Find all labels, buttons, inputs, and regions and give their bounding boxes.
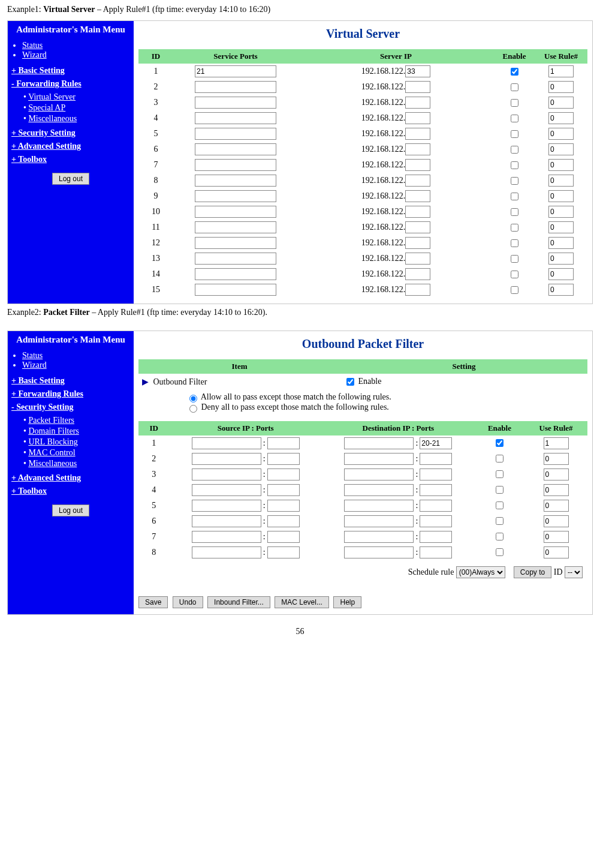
service-port-input[interactable] <box>195 284 276 296</box>
server-ip-input[interactable] <box>405 143 430 155</box>
source-ip-input[interactable] <box>192 468 261 480</box>
outbound-enable-checkbox[interactable] <box>346 378 354 386</box>
enable-checkbox[interactable] <box>496 501 503 509</box>
enable-checkbox[interactable] <box>511 99 518 107</box>
enable-checkbox[interactable] <box>511 224 518 232</box>
source-ip-input[interactable] <box>192 437 261 449</box>
source-ip-input[interactable] <box>192 515 261 527</box>
destination-port-input[interactable] <box>420 515 452 527</box>
enable-checkbox[interactable] <box>511 193 518 200</box>
enable-checkbox[interactable] <box>511 130 518 138</box>
use-rule-input[interactable] <box>544 546 569 558</box>
nav-url-blocking[interactable]: URL Blocking <box>28 437 77 446</box>
allow-option[interactable]: Allow all to pass except those match the… <box>186 392 391 401</box>
copy-to-button[interactable]: Copy to <box>514 566 551 578</box>
nav-toolbox[interactable]: + Toolbox <box>11 155 132 164</box>
server-ip-input[interactable] <box>405 253 430 265</box>
service-port-input[interactable] <box>195 175 276 187</box>
service-port-input[interactable] <box>195 97 276 109</box>
source-port-input[interactable] <box>267 531 300 543</box>
destination-port-input[interactable] <box>420 437 452 449</box>
destination-port-input[interactable] <box>420 468 452 480</box>
nav-basic-setting[interactable]: + Basic Setting <box>11 66 132 76</box>
destination-ip-input[interactable] <box>344 515 414 527</box>
server-ip-input[interactable] <box>405 237 430 249</box>
server-ip-input[interactable] <box>405 159 430 171</box>
deny-option[interactable]: Deny all to pass except those match the … <box>186 403 389 412</box>
nav-forwarding-rules[interactable]: + Forwarding Rules <box>11 389 132 399</box>
source-ip-input[interactable] <box>192 484 261 496</box>
service-port-input[interactable] <box>195 65 276 77</box>
destination-port-input[interactable] <box>420 453 452 465</box>
use-rule-input[interactable] <box>544 500 569 512</box>
use-rule-input[interactable] <box>548 143 574 155</box>
nav-security-misc[interactable]: Miscellaneous <box>28 459 77 468</box>
enable-checkbox[interactable] <box>511 115 518 122</box>
enable-checkbox[interactable] <box>496 548 503 556</box>
nav-special-ap[interactable]: Special AP <box>28 103 65 112</box>
use-rule-input[interactable] <box>544 531 569 543</box>
destination-port-input[interactable] <box>420 484 452 496</box>
server-ip-input[interactable] <box>405 81 430 93</box>
nav-wizard[interactable]: Wizard <box>22 50 47 59</box>
enable-checkbox[interactable] <box>496 533 503 540</box>
nav-packet-filters[interactable]: Packet Filters <box>28 416 74 425</box>
nav-forwarding-rules[interactable]: - Forwarding Rules <box>11 79 132 89</box>
destination-ip-input[interactable] <box>344 531 414 543</box>
logout-button[interactable]: Log out <box>52 173 89 185</box>
server-ip-input[interactable] <box>405 221 430 233</box>
mac-button[interactable]: MAC Level... <box>275 596 329 608</box>
use-rule-input[interactable] <box>548 206 574 218</box>
use-rule-input[interactable] <box>548 284 574 296</box>
source-ip-input[interactable] <box>192 546 261 558</box>
server-ip-input[interactable] <box>405 284 430 296</box>
nav-advanced-setting[interactable]: + Advanced Setting <box>11 142 132 151</box>
nav-virtual-server[interactable]: Virtual Server <box>28 92 76 101</box>
use-rule-input[interactable] <box>544 437 569 449</box>
enable-checkbox[interactable] <box>511 161 518 169</box>
source-port-input[interactable] <box>267 453 300 465</box>
nav-security-setting[interactable]: + Security Setting <box>11 128 132 138</box>
use-rule-input[interactable] <box>548 112 574 124</box>
service-port-input[interactable] <box>195 143 276 155</box>
use-rule-input[interactable] <box>548 221 574 233</box>
source-port-input[interactable] <box>267 437 300 449</box>
nav-forwarding-misc[interactable]: Miscellaneous <box>28 114 77 123</box>
service-port-input[interactable] <box>195 237 276 249</box>
undo-button[interactable]: Undo <box>173 596 203 608</box>
source-port-input[interactable] <box>267 546 300 558</box>
service-port-input[interactable] <box>195 81 276 93</box>
allow-radio[interactable] <box>189 395 197 403</box>
nav-wizard[interactable]: Wizard <box>22 361 47 370</box>
server-ip-input[interactable] <box>405 128 430 140</box>
use-rule-input[interactable] <box>548 128 574 140</box>
enable-checkbox[interactable] <box>511 286 518 294</box>
enable-checkbox[interactable] <box>496 486 503 494</box>
enable-checkbox[interactable] <box>496 439 503 447</box>
destination-ip-input[interactable] <box>344 468 414 480</box>
enable-checkbox[interactable] <box>511 83 518 91</box>
service-port-input[interactable] <box>195 159 276 171</box>
help-button[interactable]: Help <box>333 596 361 608</box>
nav-status[interactable]: Status <box>22 351 43 360</box>
server-ip-input[interactable] <box>405 190 430 202</box>
enable-checkbox[interactable] <box>511 177 518 185</box>
source-ip-input[interactable] <box>192 500 261 512</box>
use-rule-input[interactable] <box>548 159 574 171</box>
use-rule-input[interactable] <box>548 268 574 280</box>
server-ip-input[interactable] <box>405 65 430 77</box>
enable-checkbox[interactable] <box>511 255 518 263</box>
save-button[interactable]: Save <box>138 596 168 608</box>
nav-mac-control[interactable]: MAC Control <box>28 448 75 457</box>
enable-checkbox[interactable] <box>496 455 503 462</box>
nav-security-setting[interactable]: - Security Setting <box>11 403 132 412</box>
server-ip-input[interactable] <box>405 112 430 124</box>
service-port-input[interactable] <box>195 112 276 124</box>
use-rule-input[interactable] <box>544 515 569 527</box>
use-rule-input[interactable] <box>548 81 574 93</box>
nav-advanced-setting[interactable]: + Advanced Setting <box>11 473 132 483</box>
destination-port-input[interactable] <box>420 546 452 558</box>
use-rule-input[interactable] <box>544 468 569 480</box>
use-rule-input[interactable] <box>548 190 574 202</box>
inbound-button[interactable]: Inbound Filter... <box>207 596 270 608</box>
